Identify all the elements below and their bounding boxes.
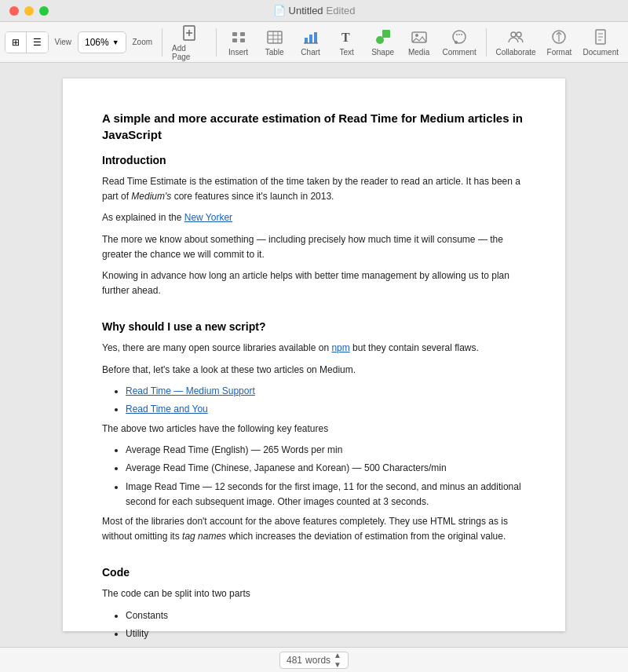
minimize-button[interactable] <box>24 6 34 16</box>
text-label: Text <box>339 48 353 57</box>
media-icon <box>410 27 429 46</box>
svg-rect-7 <box>268 31 282 43</box>
document-label: Document <box>582 48 619 57</box>
document-title: Untitled <box>289 5 323 16</box>
svg-point-27 <box>517 32 521 37</box>
status-bar: 481 words ▲ ▼ <box>0 647 628 672</box>
insert-group[interactable]: Insert <box>221 24 256 60</box>
bullet-3: Image Read Time — 12 seconds for the fir… <box>126 480 526 509</box>
code-item-2: Utility <box>126 626 526 641</box>
zoom-label: Zoom <box>133 38 153 46</box>
svg-point-21 <box>453 31 466 43</box>
svg-point-26 <box>511 32 516 37</box>
document-icon <box>591 27 610 46</box>
text-group[interactable]: T Text <box>330 24 364 60</box>
view-toggle-right[interactable]: ☰ <box>27 31 48 53</box>
zoom-group[interactable]: 106% ▼ <box>78 31 126 53</box>
separator-2 <box>216 28 217 57</box>
read-time-you-link[interactable]: Read Time and You <box>126 404 208 415</box>
intro-p3: The more we know about something — inclu… <box>102 232 526 262</box>
title-text: 📄 Untitled Edited <box>273 5 356 16</box>
toolbar-right: Format Document <box>542 24 623 60</box>
maximize-button[interactable] <box>39 6 49 16</box>
zoom-label-group: Zoom <box>128 35 157 49</box>
bullet-1: Average Read Time (English) — 265 Words … <box>126 443 526 458</box>
document-area: A simple and more accurate estimation of… <box>0 63 628 647</box>
add-page-group[interactable]: Add Page <box>167 20 211 64</box>
add-page-icon <box>180 24 199 42</box>
document-group[interactable]: Document <box>578 24 623 60</box>
svg-rect-14 <box>314 32 317 43</box>
toolbar: ⊞ ☰ View 106% ▼ Zoom Add Page <box>0 22 628 63</box>
collaborate-icon <box>506 27 525 46</box>
intro-heading: Introduction <box>102 154 526 166</box>
svg-text:T: T <box>341 31 350 44</box>
why-p4: Most of the libraries don't account for … <box>102 514 526 544</box>
view-group[interactable]: ⊞ ☰ <box>5 31 49 53</box>
word-count-stepper[interactable]: ▲ ▼ <box>334 651 341 669</box>
shape-group[interactable]: Shape <box>366 24 400 60</box>
grid-icon: ⊞ <box>12 37 20 48</box>
comment-icon <box>450 27 469 46</box>
title-bar: 📄 Untitled Edited <box>0 0 628 22</box>
word-count-control[interactable]: 481 words ▲ ▼ <box>279 652 349 669</box>
stepper-down-icon[interactable]: ▼ <box>334 660 341 669</box>
comment-label: Comment <box>442 48 476 57</box>
word-label: words <box>305 655 330 666</box>
view-label-group: View <box>50 35 76 49</box>
comment-group[interactable]: Comment <box>438 24 481 60</box>
bullet-2: Average Read Time (Chinese, Japanese and… <box>126 461 526 476</box>
svg-point-25 <box>455 41 458 44</box>
why-p2: Before that, let's take a look at these … <box>102 363 526 378</box>
code-p1: The code can be split into two parts <box>102 586 526 601</box>
close-button[interactable] <box>9 6 19 16</box>
shape-label: Shape <box>371 48 394 57</box>
window-controls <box>9 6 49 16</box>
intro-p1: Read Time Estimate is the estimation of … <box>102 174 526 204</box>
add-page-label: Add Page <box>172 44 206 61</box>
format-label: Format <box>547 48 572 57</box>
insert-icon <box>229 27 248 46</box>
npm-link[interactable]: npm <box>331 342 349 353</box>
read-time-medium-link[interactable]: Read Time — Medium Support <box>126 385 255 396</box>
zoom-value: 106% <box>85 37 109 48</box>
word-count: 481 <box>287 655 302 666</box>
collaborate-group[interactable]: Collaborate <box>491 24 541 60</box>
chevron-down-icon: ▼ <box>112 38 119 46</box>
svg-rect-3 <box>232 32 237 36</box>
gap-2 <box>102 550 526 566</box>
doc-icon: 📄 <box>273 5 286 16</box>
why-p1: Yes, there are many open source librarie… <box>102 341 526 356</box>
svg-rect-13 <box>309 35 312 43</box>
new-yorker-link[interactable]: New Yorker <box>184 212 232 223</box>
svg-point-20 <box>415 34 418 37</box>
svg-rect-5 <box>232 38 237 42</box>
why-heading: Why should I use a new script? <box>102 320 526 333</box>
code-heading: Code <box>102 566 526 579</box>
text-icon: T <box>338 27 356 46</box>
media-group[interactable]: Media <box>402 24 436 60</box>
intro-p2: As explained in the New Yorker <box>102 210 526 225</box>
separator-1 <box>162 28 162 57</box>
code-item-1: Constants <box>126 608 526 623</box>
view-toggle-left[interactable]: ⊞ <box>5 31 27 53</box>
table-group[interactable]: Table <box>257 24 292 60</box>
svg-rect-6 <box>240 38 245 42</box>
list-icon: ☰ <box>33 37 42 48</box>
why-links-list: Read Time — Medium Support Read Time and… <box>126 384 526 417</box>
gap-1 <box>102 305 526 320</box>
svg-rect-12 <box>305 38 308 43</box>
code-item-3: Main <box>126 645 526 647</box>
chart-group[interactable]: Chart <box>294 24 328 60</box>
media-label: Media <box>408 48 429 57</box>
code-list: Constants Utility Main <box>126 608 526 647</box>
main-heading: A simple and more accurate estimation of… <box>102 110 526 143</box>
svg-rect-17 <box>382 30 390 38</box>
stepper-up-icon[interactable]: ▲ <box>334 651 341 659</box>
format-group[interactable]: Format <box>542 24 576 60</box>
svg-rect-4 <box>240 32 245 36</box>
page[interactable]: A simple and more accurate estimation of… <box>63 79 565 631</box>
why-bullets-list: Average Read Time (English) — 265 Words … <box>126 443 526 509</box>
format-icon <box>550 27 568 46</box>
table-icon <box>265 27 284 46</box>
